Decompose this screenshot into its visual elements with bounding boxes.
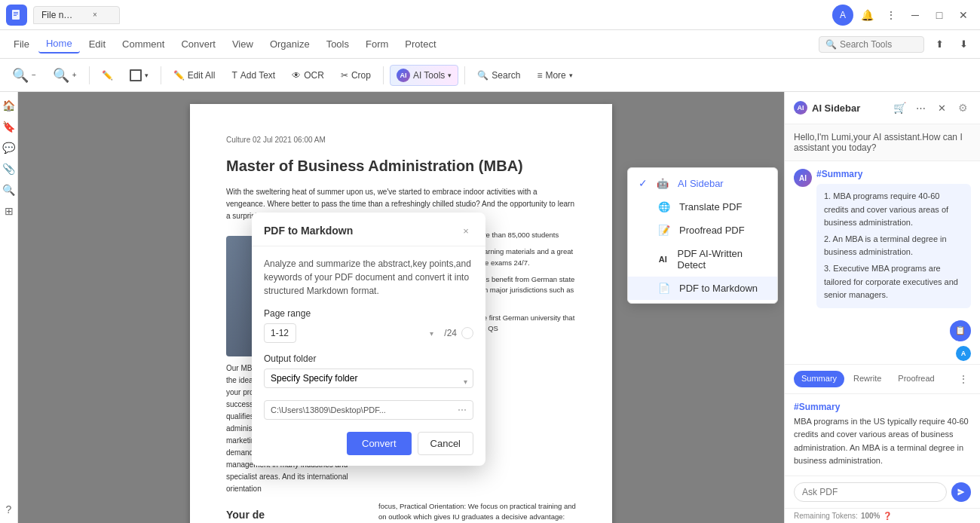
ai-tab-rewrite[interactable]: Rewrite <box>846 371 889 387</box>
menu-organize[interactable]: Organize <box>262 35 317 53</box>
ai-tab-summary[interactable]: Summary <box>794 371 844 387</box>
dropdown-detect[interactable]: AI PDF AI-Written Detect <box>628 242 777 277</box>
zoom-in-btn[interactable]: 🔍 + <box>47 64 83 87</box>
rect-btn[interactable]: ▾ <box>124 66 155 84</box>
panel-bookmark-btn[interactable]: 🔖 <box>2 119 17 134</box>
panel-help-btn[interactable]: ? <box>2 502 17 517</box>
maximize-btn[interactable]: □ <box>929 5 950 26</box>
ai-point-1: 1. MBA programs require 40-60 credits an… <box>824 190 963 230</box>
output-folder-select[interactable]: Specify Specify folder <box>264 369 473 388</box>
panel-comment-btn[interactable]: 💬 <box>2 140 17 155</box>
add-text-btn[interactable]: T Add Text <box>225 67 281 84</box>
ai-close-btn[interactable]: ✕ <box>933 99 950 116</box>
notification-btn[interactable]: 🔔 <box>856 5 877 26</box>
dropdown-label-detect: PDF AI-Written Detect <box>678 248 767 271</box>
ask-pdf-input[interactable] <box>794 482 947 502</box>
doc-section: Your de We design our p... flexible and … <box>226 501 372 523</box>
window-controls: A 🔔 ⋮ ─ □ ✕ <box>832 5 974 26</box>
panel-search-btn[interactable]: 🔍 <box>2 182 17 197</box>
menu-comment[interactable]: Comment <box>115 35 172 53</box>
ai-more-btn[interactable]: ⋯ <box>912 99 929 116</box>
ai-sidebar-title: AI Sidebar <box>812 102 887 114</box>
dropdown-translate[interactable]: 🌐 Translate PDF <box>628 195 777 219</box>
search-btn[interactable]: 🔍 Search <box>471 67 526 84</box>
user-avatar[interactable]: A <box>832 5 853 26</box>
ai-sidebar-header: AI AI Sidebar 🛒 ⋯ ✕ ⚙ <box>785 92 980 124</box>
ai-tools-dropdown: ✓ 🤖 AI Sidebar 🌐 Translate PDF 📝 Proofre… <box>627 167 778 304</box>
dropdown-icon-ai: 🤖 <box>655 178 670 189</box>
zoom-out-btn[interactable]: 🔍 − <box>6 64 42 87</box>
ai-settings-icon[interactable]: ⚙ <box>954 99 971 116</box>
menu-edit[interactable]: Edit <box>81 35 113 53</box>
main-layout: 🏠 🔖 💬 📎 🔍 ⊞ ? Culture 02 Jul 2021 06:00 … <box>0 92 980 523</box>
path-more-btn[interactable]: ⋯ <box>458 405 467 415</box>
menu-home[interactable]: Home <box>38 35 80 54</box>
title-bar: File name.pdf × A 🔔 ⋮ ─ □ ✕ <box>0 0 980 30</box>
convert-btn[interactable]: Convert <box>347 432 412 455</box>
close-btn[interactable]: ✕ <box>953 5 974 26</box>
upload-cloud-btn[interactable]: ⬆ <box>929 34 950 55</box>
ai-summary-text: 1. MBA programs require 40-60 credits an… <box>816 184 971 308</box>
ai-cart-icon[interactable]: 🛒 <box>891 99 908 116</box>
page-range-select[interactable]: 1-12 <box>264 323 296 343</box>
modal-title: PDF to Markdown <box>264 225 353 237</box>
zoom-out-icon: 🔍 <box>12 67 29 84</box>
dropdown-icon-markdown: 📄 <box>657 283 672 294</box>
ai-tab-more-btn[interactable]: ⋮ <box>956 371 971 387</box>
ai-action-btn[interactable]: 📋 <box>950 320 971 341</box>
ai-tools-btn[interactable]: AI AI Tools ▾ <box>390 65 458 86</box>
tab-close-btn[interactable]: × <box>78 10 111 20</box>
ocr-btn[interactable]: 👁 OCR <box>286 67 330 84</box>
menu-file[interactable]: File <box>6 35 37 53</box>
menu-protect[interactable]: Protect <box>397 35 443 53</box>
ai-greeting: Hello,I'm Lumi,your AI assistant.How can… <box>785 124 980 161</box>
edit-all-btn[interactable]: ✏️ Edit All <box>167 67 222 84</box>
dropdown-icon-proofread: 📝 <box>657 225 672 236</box>
dropdown-markdown[interactable]: 📄 PDF to Markdown <box>628 277 777 300</box>
menu-search-box[interactable]: 🔍 <box>819 36 924 53</box>
minimize-btn[interactable]: ─ <box>905 5 926 26</box>
zoom-out-label: − <box>32 71 36 79</box>
zoom-in-icon: 🔍 <box>53 67 69 84</box>
dropdown-label-markdown: PDF to Markdown <box>679 283 758 294</box>
ai-lumi-avatar: AI <box>794 169 812 187</box>
panel-attach-btn[interactable]: 📎 <box>2 161 17 176</box>
panel-home-btn[interactable]: 🏠 <box>2 98 17 113</box>
zoom-in-label: + <box>72 71 77 79</box>
ocr-label: OCR <box>304 70 324 81</box>
rect-icon <box>130 69 142 81</box>
more-options-btn[interactable]: ⋮ <box>880 5 902 26</box>
more-btn[interactable]: ≡ More ▾ <box>531 67 578 84</box>
document-tab[interactable]: File name.pdf × <box>33 6 120 24</box>
download-cloud-btn[interactable]: ⬇ <box>953 34 974 55</box>
document-title: Master of Business Administration (MBA) <box>226 154 576 177</box>
ai-content: AI #Summary 1. MBA programs require 40-6… <box>785 161 980 364</box>
menu-convert[interactable]: Convert <box>173 35 223 53</box>
more-label: More <box>545 70 565 81</box>
ai-tab-proofread[interactable]: Proofread <box>890 371 942 387</box>
tokens-help-icon[interactable]: ❓ <box>883 512 892 520</box>
crop-btn[interactable]: ✂ Crop <box>335 67 377 84</box>
app-icon <box>6 5 27 26</box>
search-input[interactable] <box>840 39 917 50</box>
menu-view[interactable]: View <box>225 35 261 53</box>
page-slash: /24 <box>444 328 457 338</box>
search-tool-icon: 🔍 <box>477 70 488 81</box>
ai-tokens-bar: Remaining Tokens: 100% ❓ <box>785 508 980 523</box>
ai-send-btn[interactable] <box>951 482 971 502</box>
pdf-to-markdown-modal: PDF to Markdown × Analyze and summarize … <box>252 213 485 466</box>
output-folder-select-wrap: Specify Specify folder <box>264 369 473 394</box>
modal-close-btn[interactable]: × <box>458 223 473 238</box>
menu-form[interactable]: Form <box>358 35 396 53</box>
cancel-btn[interactable]: Cancel <box>418 432 473 455</box>
dropdown-ai-sidebar[interactable]: ✓ 🤖 AI Sidebar <box>628 171 777 195</box>
panel-layers-btn[interactable]: ⊞ <box>2 203 17 219</box>
ai-tabs: Summary Rewrite Proofread ⋮ <box>785 364 980 394</box>
highlight-btn[interactable]: ✏️ <box>96 67 119 84</box>
svg-rect-2 <box>14 14 18 14</box>
page-range-row: 1-12 /24 <box>264 323 473 343</box>
menu-tools[interactable]: Tools <box>319 35 357 53</box>
dropdown-proofread[interactable]: 📝 Proofread PDF <box>628 219 777 242</box>
ai-icon-row: 📋 <box>794 320 971 341</box>
doc-right-text-5: focus, Practical Orientation: We focus o… <box>378 501 576 523</box>
